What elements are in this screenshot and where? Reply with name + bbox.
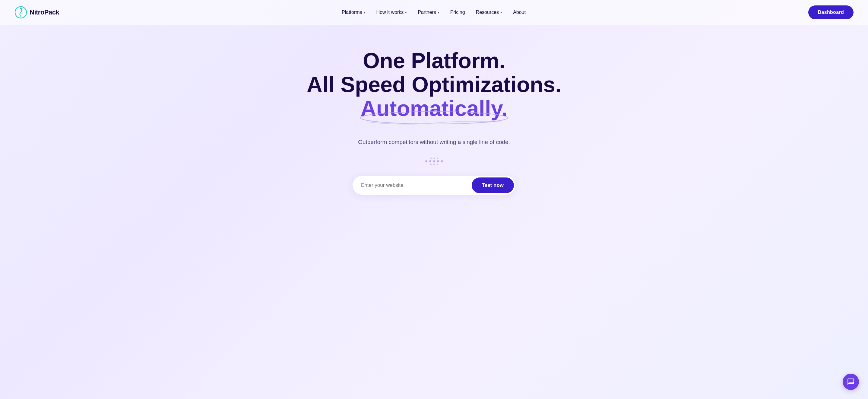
nav-item-platforms[interactable]: Platforms ▾ — [342, 10, 366, 15]
nav-item-partners[interactable]: Partners ▾ — [418, 10, 439, 15]
nav-item-about[interactable]: About — [513, 10, 526, 15]
logo-icon — [14, 6, 27, 19]
svg-point-1 — [20, 7, 22, 9]
dashboard-button[interactable]: Dashboard — [808, 5, 854, 19]
chevron-down-icon: ▾ — [364, 10, 366, 15]
hero-auto-text: Automatically. — [361, 96, 507, 120]
nav-item-pricing[interactable]: Pricing — [450, 10, 465, 15]
nav-item-resources[interactable]: Resources ▾ — [476, 10, 502, 15]
nav-item-how-it-works[interactable]: How it works ▾ — [376, 10, 407, 15]
hero-title: One Platform. All Speed Optimizations. A… — [307, 49, 561, 121]
chat-support-button[interactable] — [843, 374, 859, 390]
website-input-bar: Test now — [352, 176, 516, 195]
navbar: NitroPack Platforms ▾ How it works ▾ Par… — [0, 0, 868, 25]
chevron-down-icon: ▾ — [500, 10, 502, 15]
hero-section: One Platform. All Speed Optimizations. A… — [0, 25, 868, 213]
chevron-down-icon: ▾ — [438, 10, 439, 15]
logo-link[interactable]: NitroPack — [14, 6, 59, 19]
hero-subtitle: Outperform competitors without writing a… — [358, 139, 510, 145]
website-input[interactable] — [352, 176, 470, 194]
chevron-down-icon: ▾ — [405, 10, 407, 15]
dots-decoration — [425, 158, 443, 165]
chat-icon — [847, 378, 855, 386]
nav-links: Platforms ▾ How it works ▾ Partners ▾ Pr… — [342, 10, 526, 15]
test-now-button[interactable]: Test now — [472, 177, 514, 193]
logo-text: NitroPack — [30, 8, 59, 16]
